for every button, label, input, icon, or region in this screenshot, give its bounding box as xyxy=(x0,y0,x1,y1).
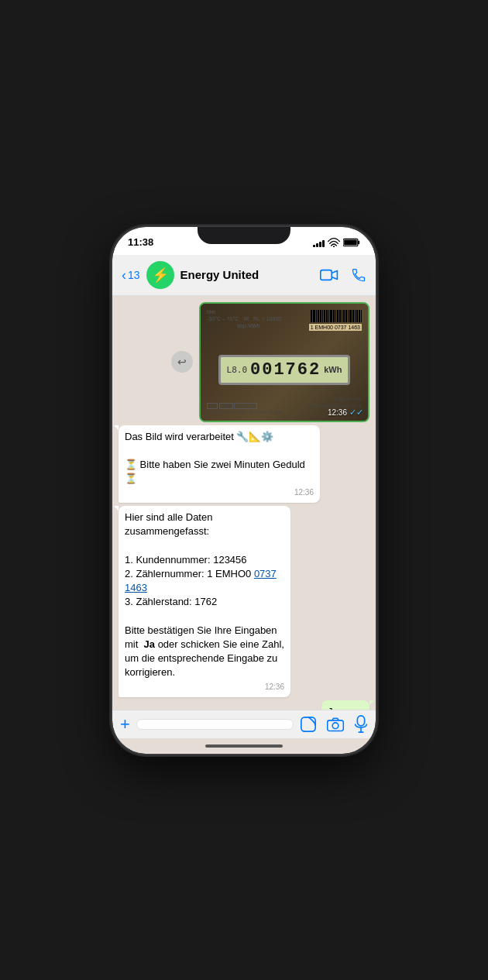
battery-icon xyxy=(343,238,360,247)
back-button[interactable]: ‹ 13 xyxy=(122,268,140,282)
svg-rect-4 xyxy=(321,270,332,280)
image-timestamp: 12:36 ✓✓ xyxy=(328,407,363,418)
home-bar xyxy=(205,744,283,748)
home-indicator xyxy=(112,738,376,754)
meter-certifications: CE M18 DE-M 18 DE-14-MI003-PTB008 DE-15-… xyxy=(207,404,283,416)
sent-text: Ja xyxy=(328,706,339,710)
camera-icon[interactable] xyxy=(326,717,345,732)
meter-top-text: hler -30°C – 70°C IR RL = 10000 Imp./kWh xyxy=(207,308,281,329)
status-icons xyxy=(313,238,360,247)
svg-point-8 xyxy=(332,722,339,728)
summary-time: 12:36 xyxy=(265,682,284,693)
patience-text: ⏳ Bitte haben Sie zwei Minuten Geduld ⏳ xyxy=(125,459,305,484)
back-chevron-icon: ‹ xyxy=(122,268,126,282)
svg-rect-7 xyxy=(328,720,344,731)
chat-area: ↩ hler -30°C – 70°C IR RL = 10000 Imp./k… xyxy=(112,296,376,710)
phone-screen: 11:38 xyxy=(112,227,376,754)
phone-frame: 11:38 xyxy=(112,227,376,754)
svg-point-6 xyxy=(304,721,311,728)
image-time: 12:36 xyxy=(328,408,347,417)
video-call-icon[interactable] xyxy=(320,268,339,282)
sent-ja-message: Ja 12:37 ✓✓ xyxy=(321,700,369,710)
svg-rect-9 xyxy=(357,715,364,725)
svg-rect-3 xyxy=(344,239,357,245)
meter-screen: L8.0 001762 kWh xyxy=(218,355,351,385)
check-marks-icon: ✓✓ xyxy=(349,407,363,418)
back-count: 13 xyxy=(128,269,140,281)
microphone-icon[interactable] xyxy=(354,715,368,734)
processing-time: 12:36 xyxy=(294,487,314,498)
confirm-bold: Ja xyxy=(144,638,155,650)
summary-text: Hier sind alle Daten zusammengefasst: 1.… xyxy=(125,511,284,678)
message-input[interactable] xyxy=(136,719,294,730)
image-message: ↩ hler -30°C – 70°C IR RL = 10000 Imp./k… xyxy=(199,302,369,422)
svg-point-0 xyxy=(333,246,335,247)
barcode-number: 1 EMH00 0737 1463 xyxy=(309,324,362,331)
chat-header: ‹ 13 ⚡ Energy United xyxy=(112,255,376,296)
header-actions xyxy=(320,267,366,283)
meter-reading: 001762 xyxy=(250,360,321,380)
meter-number-link[interactable]: 07371463 xyxy=(125,568,277,593)
input-actions xyxy=(300,715,368,734)
add-attachment-button[interactable]: + xyxy=(120,716,130,733)
meter-barcode: 1 EMH00 0737 1463 xyxy=(309,310,362,331)
svg-rect-5 xyxy=(301,717,315,731)
input-bar: + xyxy=(112,710,376,738)
avatar: ⚡ xyxy=(146,261,174,289)
wifi-icon xyxy=(328,238,340,247)
meter-display: hler -30°C – 70°C IR RL = 10000 Imp./kWh xyxy=(201,304,368,421)
forward-button[interactable]: ↩ xyxy=(171,351,193,373)
meter-image: hler -30°C – 70°C IR RL = 10000 Imp./kWh xyxy=(199,302,369,422)
data-summary-message: Hier sind alle Daten zusammengefasst: 1.… xyxy=(119,506,290,696)
processing-message: Das Bild wird verarbeitet 🔧📐⚙️ ⏳ Bitte h… xyxy=(119,425,320,504)
contact-name: Energy United xyxy=(180,268,314,281)
svg-rect-2 xyxy=(358,240,359,244)
summary-footer: 12:36 xyxy=(125,682,284,693)
barcode-lines xyxy=(311,310,362,322)
processing-text: Das Bild wird verarbeitet 🔧📐⚙️ xyxy=(125,431,274,442)
avatar-icon: ⚡ xyxy=(152,266,169,284)
signal-icon xyxy=(313,238,325,247)
notch xyxy=(198,227,290,244)
sticker-icon[interactable] xyxy=(300,716,317,733)
processing-footer: 12:36 xyxy=(125,487,314,498)
meter-unit: kWh xyxy=(324,365,342,374)
phone-call-icon[interactable] xyxy=(351,267,366,283)
status-time: 11:38 xyxy=(128,236,153,248)
